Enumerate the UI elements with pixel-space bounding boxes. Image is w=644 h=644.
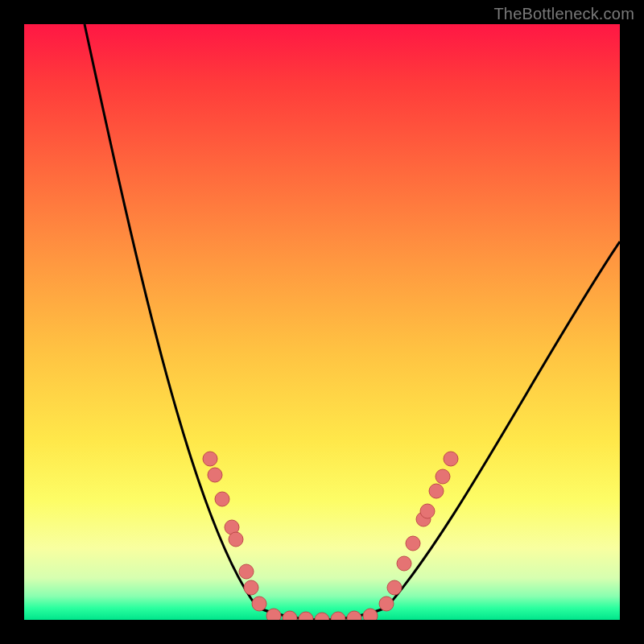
data-point <box>429 484 444 498</box>
data-point <box>347 611 361 620</box>
data-point <box>331 612 345 620</box>
data-point <box>266 609 281 620</box>
data-point <box>229 532 243 547</box>
data-point <box>420 504 435 518</box>
data-point <box>244 580 258 595</box>
data-point <box>444 452 458 466</box>
data-point <box>363 609 378 620</box>
data-point <box>379 597 394 611</box>
data-point <box>397 556 411 571</box>
bottleneck-curve <box>85 24 620 620</box>
bottleneck-chart-svg <box>24 24 620 620</box>
data-point <box>315 613 329 620</box>
data-points-group <box>203 452 458 620</box>
data-point <box>252 597 266 611</box>
data-point <box>299 612 313 620</box>
data-point <box>436 469 450 484</box>
data-point <box>203 452 217 466</box>
chart-plot-area <box>24 24 620 620</box>
data-point <box>208 468 222 482</box>
data-point <box>283 611 297 620</box>
watermark-text: TheBottleneck.com <box>493 5 634 23</box>
data-point <box>387 580 402 595</box>
data-point <box>215 492 229 506</box>
data-point <box>406 536 420 551</box>
data-point <box>239 564 254 579</box>
